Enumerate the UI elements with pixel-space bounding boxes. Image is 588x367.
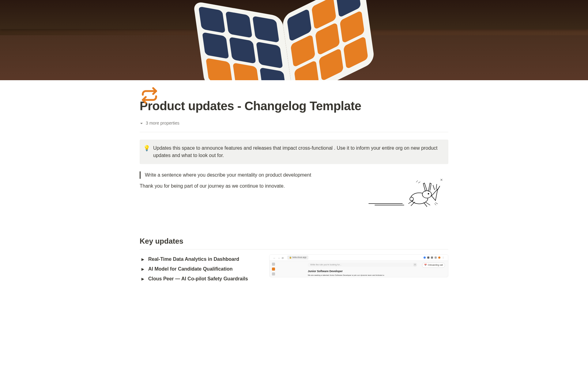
- avatar-icon: [438, 257, 440, 259]
- forward-icon: →: [277, 257, 280, 259]
- triangle-right-icon: ▶: [140, 257, 146, 262]
- svg-line-7: [436, 184, 437, 189]
- cover-image: [0, 0, 588, 80]
- triangle-right-icon: ▶: [140, 267, 146, 272]
- plus-icon: +: [413, 263, 417, 266]
- sidebar-icon: [272, 263, 275, 266]
- triangle-right-icon: ▶: [140, 276, 146, 282]
- sidebar-icon: [272, 272, 275, 275]
- page-icon-repeat[interactable]: [140, 86, 159, 105]
- properties-label: 3 more properties: [146, 120, 179, 126]
- properties-toggle[interactable]: 3 more properties: [140, 120, 448, 126]
- toggle-item[interactable]: ▶ Clous Peer — AI Co-pilot Safety Guardr…: [140, 274, 257, 284]
- toggle-item[interactable]: ▶ Real-Time Data Analytics in Dashboard: [140, 254, 257, 264]
- quote-block[interactable]: Write a sentence where you describe your…: [140, 171, 350, 179]
- menu-icon: ⋮: [442, 256, 444, 260]
- key-updates-heading[interactable]: Key updates: [140, 236, 448, 247]
- toggle-title: AI Model for Candidate Qualification: [148, 265, 233, 273]
- sidebar-icon: [272, 268, 275, 271]
- onboarding-button-preview: 📅 Onboarding call: [422, 263, 445, 268]
- thank-you-text[interactable]: Thank you for being part of our journey …: [140, 182, 350, 190]
- calendar-icon: 📅: [424, 264, 427, 267]
- reload-icon: ⟳: [282, 257, 284, 259]
- rabbit-illustration: [366, 174, 445, 214]
- divider: [140, 132, 448, 132]
- lightbulb-icon: 💡: [143, 144, 150, 152]
- svg-line-8: [438, 186, 440, 190]
- extension-icon: [435, 257, 437, 259]
- svg-point-3: [422, 191, 432, 198]
- url-bar: 🔒 beta.clous.app: [287, 256, 308, 260]
- search-input-preview: Write the role you're looking for... +: [308, 263, 417, 267]
- extension-icon: [431, 257, 433, 259]
- toggle-title: Real-Time Data Analytics in Dashboard: [148, 256, 239, 263]
- updates-list: ▶ Real-Time Data Analytics in Dashboard …: [140, 254, 257, 284]
- toggle-item[interactable]: ▶ AI Model for Candidate Qualification: [140, 264, 257, 274]
- job-subtitle-preview: We are seeking a talented Junior Softwar…: [308, 274, 417, 277]
- job-title-preview: Junior Software Developer: [308, 269, 417, 274]
- chevron-down-icon: [140, 122, 143, 125]
- svg-point-5: [410, 197, 413, 201]
- back-icon: ←: [273, 257, 276, 259]
- divider: [140, 249, 448, 249]
- callout-text: Updates this space to announce features …: [153, 144, 443, 159]
- screenshot-preview[interactable]: ← → ⟳ 🔒 beta.clous.app ⋮: [269, 254, 448, 277]
- svg-point-4: [428, 193, 429, 194]
- toggle-title: Clous Peer — AI Co-pilot Safety Guardrai…: [148, 275, 248, 283]
- callout-block[interactable]: 💡 Updates this space to announce feature…: [140, 140, 448, 164]
- quote-text: Write a sentence where you describe your…: [145, 172, 311, 178]
- page-title[interactable]: Product updates - Changelog Template: [140, 99, 448, 113]
- extension-icon: [427, 257, 429, 259]
- extension-icon: [424, 257, 426, 259]
- svg-line-6: [433, 185, 435, 190]
